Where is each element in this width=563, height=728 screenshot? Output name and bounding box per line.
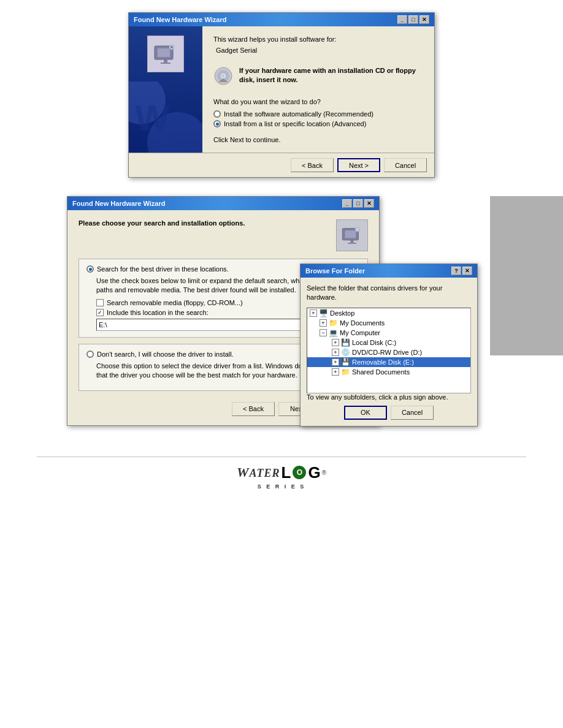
- wizard2-search-radio[interactable]: [86, 265, 94, 273]
- wizard1-question: What do you want the wizard to do?: [213, 98, 423, 105]
- removable-icon: 💾: [341, 358, 350, 366]
- tree-expand-shared[interactable]: +: [332, 368, 339, 376]
- tree-expand-mydocs[interactable]: +: [320, 319, 327, 327]
- svg-rect-3: [161, 63, 170, 64]
- hardware-icon: [147, 36, 184, 72]
- wizard1-close-btn[interactable]: ✕: [419, 15, 429, 24]
- browse-dialog: Browse For Folder ? ✕ Select the folder …: [300, 264, 478, 427]
- tree-expand-dvd[interactable]: +: [332, 349, 339, 356]
- wizard2-titlebar: Found New Hardware Wizard _ □ ✕: [67, 197, 379, 210]
- wizard2-close-btn[interactable]: ✕: [364, 199, 374, 208]
- logo-series: S E R I E S: [258, 483, 306, 490]
- tree-expand-mycomputer[interactable]: −: [320, 329, 327, 336]
- wizard1-minimize-btn[interactable]: _: [397, 15, 407, 24]
- wizard1-option2-label: Install from a list or specific location…: [224, 120, 366, 127]
- localc-icon: 💾: [341, 338, 350, 347]
- wizard2-path-input[interactable]: [96, 319, 323, 331]
- logo-water-text: WATER: [237, 464, 280, 480]
- left-panel-decoration: W: [129, 82, 202, 153]
- wizard2-title: Found New Hardware Wizard: [72, 200, 165, 207]
- wizard2-titlebar-buttons: _ □ ✕: [342, 199, 374, 208]
- browse-body: Select the folder that contains drivers …: [301, 278, 477, 426]
- wizard1-body: W This wizard helps you install software…: [129, 26, 434, 153]
- wizard1-device: Gadget Serial: [216, 47, 423, 54]
- wizard1-option2-row[interactable]: Install from a list or specific location…: [213, 120, 423, 127]
- browse-titlebar: Browse For Folder ? ✕: [301, 264, 477, 278]
- wizard1-intro: This wizard helps you install software f…: [213, 36, 423, 43]
- svg-point-19: [355, 227, 359, 232]
- mydocs-icon: 📁: [329, 319, 338, 327]
- folder-tree[interactable]: + 🖥️ Desktop + 📁 My Documents −: [307, 308, 471, 393]
- wizard2-section-title: Please choose your search and installati…: [79, 219, 245, 227]
- wizard2-cb1-label: Search removable media (floppy, CD-ROM..…: [107, 299, 243, 306]
- browse-titlebar-buttons: ? ✕: [451, 267, 472, 275]
- wizard2-cb1-checkbox[interactable]: [96, 299, 104, 306]
- wizard2-header-row: Please choose your search and installati…: [79, 219, 368, 251]
- tree-label-removable: Removable Disk (E:): [352, 358, 414, 366]
- tree-item-dvd[interactable]: + 💿 DVD/CD-RW Drive (D:): [307, 347, 470, 357]
- browse-ok-button[interactable]: OK: [344, 406, 387, 420]
- wizard2-hw-icon: [336, 219, 368, 251]
- wizard2-nosearch-label: Don't search, I will choose the driver t…: [97, 351, 234, 358]
- tree-item-mydocs[interactable]: + 📁 My Documents: [307, 318, 470, 328]
- logo-log-o: O: [293, 466, 306, 479]
- wizard1-dialog: Found New Hardware Wizard _ □ ✕: [128, 12, 435, 178]
- wizard1-option2-radio[interactable]: [213, 120, 221, 127]
- wizard1-cd-text: If your hardware came with an installati…: [239, 66, 423, 85]
- tree-item-mycomputer[interactable]: − 💻 My Computer: [307, 328, 470, 338]
- wizard1-title: Found New Hardware Wizard: [134, 16, 226, 23]
- tree-expand-removable[interactable]: +: [332, 358, 339, 366]
- wizard1-cancel-button[interactable]: Cancel: [384, 158, 427, 172]
- wizard2-cb2-label: Include this location in the search:: [107, 309, 209, 316]
- cd-icon: [213, 66, 233, 86]
- shared-icon: 📁: [341, 368, 350, 376]
- tree-label-dvd: DVD/CD-RW Drive (D:): [352, 349, 422, 356]
- wizard2-cb2-checkbox[interactable]: ✓: [96, 309, 104, 316]
- logo-log-l: L: [282, 463, 291, 482]
- wizard1-option1-row[interactable]: Install the software automatically (Reco…: [213, 110, 423, 118]
- wizard1-option1-radio[interactable]: [213, 110, 221, 118]
- wizard2-back-button[interactable]: < Back: [232, 402, 275, 416]
- logo-reg: ®: [322, 469, 326, 476]
- wizard2-minimize-btn[interactable]: _: [342, 199, 352, 208]
- gray-background: [490, 196, 563, 355]
- browse-question-btn[interactable]: ?: [451, 267, 461, 275]
- waterlog-footer: WATER L O G ® S E R I E S: [37, 457, 526, 490]
- folder-tree-wrapper: + 🖥️ Desktop + 📁 My Documents −: [307, 308, 471, 393]
- wizard2-maximize-btn[interactable]: □: [353, 199, 363, 208]
- tree-expand-desktop[interactable]: +: [310, 309, 317, 317]
- svg-text:W: W: [135, 97, 170, 138]
- browse-footer: OK Cancel: [307, 406, 471, 420]
- tree-item-removable[interactable]: + 💾 Removable Disk (E:): [307, 357, 470, 367]
- tree-item-localc[interactable]: + 💾 Local Disk (C:): [307, 338, 470, 347]
- wizard2-container: Found New Hardware Wizard _ □ ✕ Please c…: [67, 196, 496, 426]
- tree-label-desktop: Desktop: [330, 309, 354, 317]
- logo-log-g: G: [308, 463, 320, 482]
- browse-instruction: Select the folder that contains drivers …: [307, 284, 471, 303]
- wizard2-nosearch-radio[interactable]: [86, 351, 94, 358]
- wizard1-titlebar: Found New Hardware Wizard _ □ ✕: [129, 13, 434, 26]
- wizard1-back-button[interactable]: < Back: [291, 158, 334, 172]
- wizard1-maximize-btn[interactable]: □: [408, 15, 418, 24]
- browse-cancel-button[interactable]: Cancel: [391, 406, 434, 420]
- wizard2-search-label: Search for the best driver in these loca…: [97, 265, 229, 273]
- svg-rect-18: [348, 243, 356, 244]
- dvd-icon: 💿: [341, 348, 350, 357]
- tree-expand-localc[interactable]: +: [332, 339, 339, 346]
- desktop-icon: 🖥️: [319, 309, 328, 317]
- wizard1-cd-section: If your hardware came with an installati…: [213, 63, 423, 89]
- waterlog-logo: WATER L O G ®: [237, 463, 326, 482]
- tree-item-desktop[interactable]: + 🖥️ Desktop: [307, 308, 470, 318]
- wizard1-next-button[interactable]: Next >: [337, 158, 380, 172]
- svg-rect-1: [158, 48, 170, 57]
- wizard1-titlebar-buttons: _ □ ✕: [397, 15, 429, 24]
- svg-rect-2: [164, 59, 167, 63]
- svg-point-14: [222, 75, 224, 77]
- tree-label-mydocs: My Documents: [340, 319, 385, 327]
- wizard1-left-panel: W: [129, 26, 202, 153]
- browse-close-btn[interactable]: ✕: [462, 267, 472, 275]
- browse-title: Browse For Folder: [305, 267, 365, 275]
- tree-label-shared: Shared Documents: [352, 368, 410, 376]
- tree-item-shared[interactable]: + 📁 Shared Documents: [307, 367, 470, 377]
- wizard1-click-next: Click Next to continue.: [213, 136, 423, 143]
